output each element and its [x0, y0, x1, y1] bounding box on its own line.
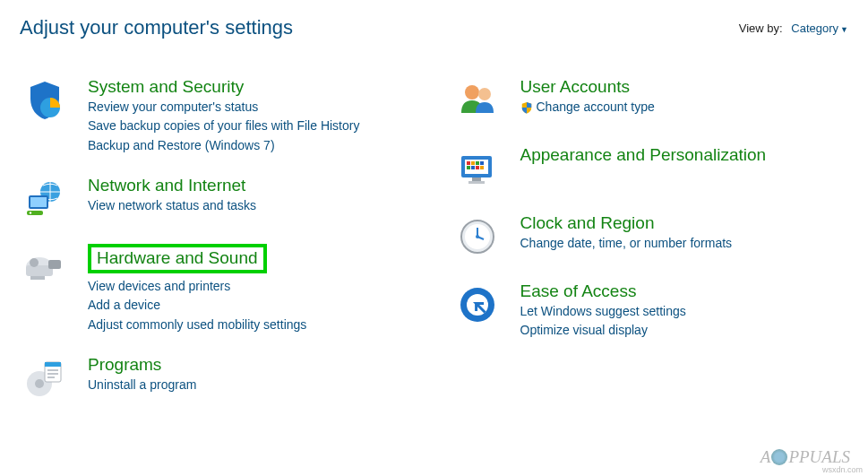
svg-point-9: [30, 258, 39, 267]
category-title-clock-region[interactable]: Clock and Region: [520, 213, 655, 234]
svg-rect-16: [47, 373, 58, 375]
svg-rect-26: [467, 166, 470, 169]
link-hardware-sound-0[interactable]: View devices and printers: [88, 277, 306, 297]
svg-rect-27: [471, 166, 475, 169]
svg-rect-30: [472, 177, 481, 181]
category-hardware-sound: Hardware and SoundView devices and print…: [20, 242, 417, 335]
svg-rect-23: [471, 161, 475, 165]
category-title-appearance[interactable]: Appearance and Personalization: [520, 145, 767, 166]
category-title-ease-of-access[interactable]: Ease of Access: [520, 281, 637, 302]
page-title: Adjust your computer's settings: [20, 16, 293, 39]
svg-rect-14: [45, 362, 61, 367]
svg-rect-15: [47, 369, 58, 371]
svg-point-19: [478, 88, 491, 100]
chevron-down-icon: ▼: [840, 25, 848, 34]
programs-icon: [20, 353, 70, 403]
svg-rect-24: [476, 161, 479, 165]
svg-rect-17: [47, 376, 55, 378]
svg-rect-10: [30, 276, 45, 280]
svg-rect-8: [48, 260, 61, 269]
link-ease-of-access-0[interactable]: Let Windows suggest settings: [520, 302, 686, 322]
svg-point-12: [35, 379, 44, 388]
svg-rect-3: [30, 197, 47, 207]
category-user-accounts: User AccountsChange account type: [452, 75, 849, 125]
clock-region-icon: [452, 212, 503, 262]
link-programs-0[interactable]: Uninstall a program: [88, 376, 196, 395]
viewby-control[interactable]: View by: Category▼: [739, 22, 848, 35]
svg-rect-31: [468, 181, 485, 184]
svg-point-5: [30, 212, 31, 213]
category-title-hardware-sound[interactable]: Hardware and Sound: [97, 248, 258, 269]
uac-shield-icon: [520, 100, 533, 113]
category-title-programs[interactable]: Programs: [88, 355, 161, 376]
appearance-icon: [452, 143, 503, 194]
svg-rect-28: [476, 166, 479, 169]
viewby-label: View by:: [739, 22, 783, 35]
category-system-security: System and SecurityReview your computer'…: [20, 75, 417, 156]
link-user-accounts-0[interactable]: Change account type: [520, 98, 655, 117]
link-hardware-sound-1[interactable]: Add a device: [88, 296, 306, 316]
ease-of-access-icon: [452, 280, 503, 330]
link-system-security-2[interactable]: Backup and Restore (Windows 7): [88, 136, 359, 156]
link-network-internet-0[interactable]: View network status and tasks: [88, 196, 256, 216]
svg-point-18: [465, 85, 479, 100]
link-system-security-0[interactable]: Review your computer's status: [88, 98, 359, 117]
category-appearance: Appearance and Personalization: [452, 143, 849, 194]
svg-rect-25: [480, 161, 484, 165]
viewby-value[interactable]: Category▼: [791, 22, 848, 35]
link-clock-region-0[interactable]: Change date, time, or number formats: [520, 234, 733, 254]
user-accounts-icon: [452, 75, 503, 125]
network-internet-icon: [20, 174, 70, 224]
category-ease-of-access: Ease of AccessLet Windows suggest settin…: [452, 280, 849, 341]
category-clock-region: Clock and RegionChange date, time, or nu…: [452, 212, 849, 262]
category-title-user-accounts[interactable]: User Accounts: [520, 77, 631, 98]
link-system-security-1[interactable]: Save backup copies of your files with Fi…: [88, 117, 359, 136]
category-network-internet: Network and InternetView network status …: [20, 174, 417, 224]
highlight-box: Hardware and Sound: [88, 244, 267, 273]
system-security-icon: [20, 75, 70, 125]
category-programs: ProgramsUninstall a program: [20, 353, 417, 403]
hardware-sound-icon: [20, 242, 70, 292]
svg-rect-22: [467, 161, 470, 165]
category-title-system-security[interactable]: System and Security: [88, 77, 244, 98]
svg-point-36: [476, 235, 479, 238]
link-ease-of-access-1[interactable]: Optimize visual display: [520, 321, 686, 341]
link-hardware-sound-2[interactable]: Adjust commonly used mobility settings: [88, 316, 306, 335]
category-title-network-internet[interactable]: Network and Internet: [88, 176, 245, 196]
svg-rect-4: [27, 211, 43, 215]
svg-rect-29: [480, 166, 484, 169]
